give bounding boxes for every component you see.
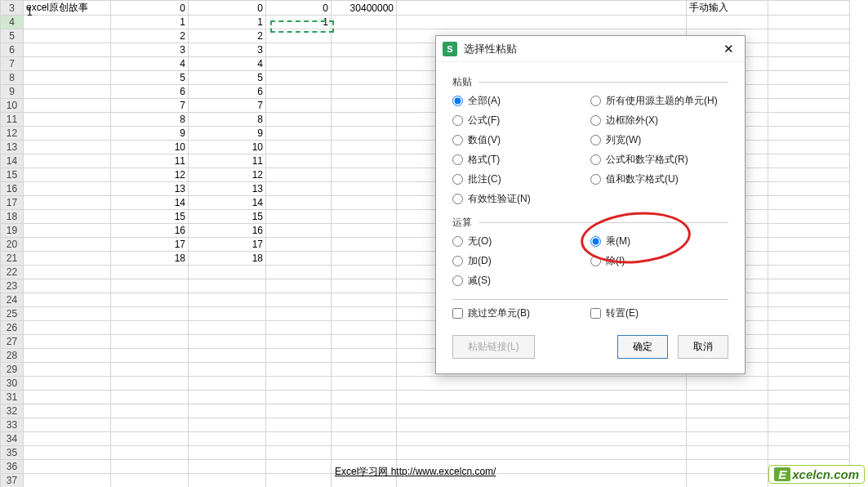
cell[interactable] bbox=[24, 238, 111, 252]
cell[interactable]: 8 bbox=[189, 113, 266, 127]
radio-减(S)[interactable]: 减(S) bbox=[452, 274, 590, 288]
cell[interactable]: 12 bbox=[111, 168, 189, 182]
cell[interactable] bbox=[24, 224, 111, 238]
cell[interactable] bbox=[768, 432, 850, 446]
ok-button[interactable]: 确定 bbox=[617, 335, 668, 359]
row-header[interactable]: 33 bbox=[1, 418, 24, 432]
radio-边框除外(X)[interactable]: 边框除外(X) bbox=[590, 114, 728, 127]
cell[interactable] bbox=[24, 307, 111, 321]
cell[interactable] bbox=[189, 266, 266, 279]
cell[interactable] bbox=[189, 279, 266, 293]
row-header[interactable]: 18 bbox=[1, 210, 24, 224]
cell[interactable] bbox=[266, 404, 332, 418]
cell[interactable] bbox=[24, 196, 111, 210]
row-header[interactable]: 7 bbox=[1, 57, 24, 71]
cell[interactable] bbox=[189, 391, 266, 404]
cell[interactable] bbox=[332, 363, 397, 377]
cell[interactable] bbox=[266, 321, 332, 335]
cell[interactable] bbox=[687, 391, 768, 404]
row-header[interactable]: 29 bbox=[1, 363, 24, 377]
cell[interactable] bbox=[111, 293, 189, 307]
cell[interactable] bbox=[332, 321, 397, 335]
row-header[interactable]: 20 bbox=[1, 238, 24, 252]
cell[interactable] bbox=[266, 349, 332, 363]
cell[interactable] bbox=[397, 1, 687, 16]
cell[interactable] bbox=[266, 71, 332, 85]
cell[interactable]: 10 bbox=[111, 141, 189, 154]
cell[interactable] bbox=[332, 196, 397, 210]
cell[interactable] bbox=[266, 154, 332, 168]
cell[interactable] bbox=[24, 460, 111, 474]
cell[interactable] bbox=[189, 363, 266, 377]
cell[interactable] bbox=[111, 321, 189, 335]
cell[interactable] bbox=[332, 168, 397, 182]
cell[interactable] bbox=[332, 404, 397, 418]
cell[interactable] bbox=[332, 307, 397, 321]
cell[interactable] bbox=[266, 307, 332, 321]
cell[interactable] bbox=[397, 404, 687, 418]
cell[interactable] bbox=[332, 182, 397, 196]
cell[interactable] bbox=[266, 460, 332, 474]
cell[interactable] bbox=[266, 43, 332, 57]
cell[interactable] bbox=[687, 446, 768, 460]
cell[interactable] bbox=[189, 321, 266, 335]
cell[interactable]: 9 bbox=[111, 127, 189, 141]
cell[interactable] bbox=[111, 279, 189, 293]
cell[interactable] bbox=[24, 210, 111, 224]
row-header[interactable]: 30 bbox=[1, 377, 24, 391]
row-header[interactable]: 23 bbox=[1, 279, 24, 293]
cell[interactable] bbox=[397, 418, 687, 432]
cell[interactable] bbox=[24, 99, 111, 113]
dialog-titlebar[interactable]: S 选择性粘贴 ✕ bbox=[436, 36, 745, 62]
radio-公式(F)[interactable]: 公式(F) bbox=[452, 114, 590, 127]
row-header[interactable]: 27 bbox=[1, 335, 24, 349]
cell[interactable] bbox=[266, 29, 332, 43]
cell[interactable] bbox=[24, 404, 111, 418]
cell[interactable] bbox=[332, 335, 397, 349]
cell[interactable] bbox=[687, 418, 768, 432]
radio-除(I)[interactable]: 除(I) bbox=[590, 254, 728, 268]
cell[interactable]: 手动输入 bbox=[687, 1, 768, 16]
skip-blanks-checkbox[interactable]: 跳过空单元(B) bbox=[452, 306, 590, 320]
cell[interactable] bbox=[24, 377, 111, 391]
cell[interactable] bbox=[266, 238, 332, 252]
cell[interactable] bbox=[768, 1, 850, 16]
cell[interactable] bbox=[768, 57, 850, 71]
cell[interactable] bbox=[24, 57, 111, 71]
row-header[interactable]: 11 bbox=[1, 113, 24, 127]
cell[interactable] bbox=[189, 460, 266, 474]
cell[interactable]: 5 bbox=[189, 71, 266, 85]
cell[interactable] bbox=[266, 141, 332, 154]
cell[interactable] bbox=[768, 321, 850, 335]
cell[interactable] bbox=[266, 293, 332, 307]
cell[interactable] bbox=[768, 113, 850, 127]
cell[interactable] bbox=[24, 474, 111, 488]
cell[interactable]: 1 bbox=[111, 16, 189, 29]
cell[interactable] bbox=[332, 224, 397, 238]
cell[interactable] bbox=[332, 154, 397, 168]
cell[interactable] bbox=[24, 71, 111, 85]
cell[interactable] bbox=[111, 432, 189, 446]
cell[interactable]: 14 bbox=[111, 196, 189, 210]
cell[interactable] bbox=[266, 196, 332, 210]
cell[interactable]: 7 bbox=[189, 99, 266, 113]
cell[interactable] bbox=[332, 85, 397, 99]
cell[interactable] bbox=[111, 446, 189, 460]
row-header[interactable]: 10 bbox=[1, 99, 24, 113]
cell[interactable] bbox=[266, 85, 332, 99]
cell[interactable]: 18 bbox=[111, 252, 189, 266]
cell[interactable] bbox=[332, 418, 397, 432]
cell[interactable] bbox=[768, 238, 850, 252]
cell[interactable] bbox=[332, 127, 397, 141]
cell[interactable]: 0 bbox=[189, 1, 266, 16]
cell[interactable] bbox=[332, 391, 397, 404]
cell[interactable] bbox=[24, 113, 111, 127]
cell[interactable] bbox=[266, 210, 332, 224]
cell[interactable] bbox=[768, 182, 850, 196]
cell[interactable] bbox=[332, 432, 397, 446]
cell[interactable] bbox=[332, 99, 397, 113]
cell[interactable] bbox=[24, 391, 111, 404]
cell[interactable] bbox=[24, 418, 111, 432]
cell[interactable] bbox=[332, 266, 397, 279]
cell[interactable] bbox=[111, 418, 189, 432]
